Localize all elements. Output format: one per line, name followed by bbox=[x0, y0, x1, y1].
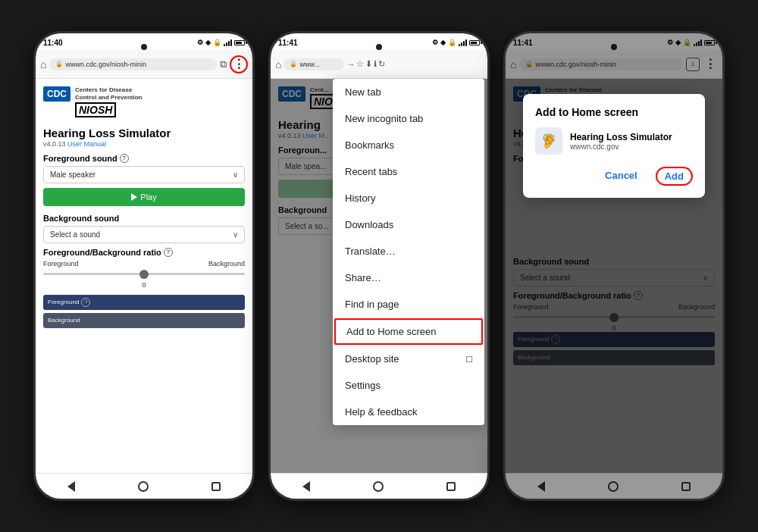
star-icon[interactable]: ☆ bbox=[356, 59, 364, 69]
dialog-cancel-button[interactable]: Cancel bbox=[599, 167, 644, 186]
menu-item-downloads[interactable]: Downloads bbox=[333, 211, 484, 238]
chevron-down-bg: ∨ bbox=[233, 230, 238, 239]
dialog-add-button[interactable]: Add bbox=[656, 167, 693, 186]
status-icons-2: ⚙ ◈ 🔒 bbox=[432, 39, 480, 46]
cdc-logo: CDC bbox=[43, 86, 70, 102]
home-nav-2[interactable] bbox=[373, 481, 384, 492]
back-nav-button[interactable] bbox=[67, 481, 75, 492]
ratio-endpoints: Foreground Background bbox=[43, 260, 245, 268]
menu-item-recent-tabs[interactable]: Recent tabs bbox=[333, 158, 484, 185]
url-text-2: www... bbox=[299, 61, 320, 68]
url-bar-1[interactable]: 🔒 wwwn.cdc.gov/niosh-minin bbox=[49, 58, 217, 70]
signal-bars bbox=[224, 39, 232, 46]
background-section-label: Background sound bbox=[43, 214, 245, 223]
secure-icon-2: 🔒 bbox=[290, 61, 297, 67]
user-manual-link[interactable]: User Manual bbox=[67, 140, 106, 148]
download-icon[interactable]: ⬇ bbox=[365, 59, 372, 69]
dialog-app-info: Hearing Loss Simulator wwwn.cdc.gov bbox=[570, 132, 672, 151]
add-to-home-dialog: Add to Home screen 🦻 Hearing Loss Simula… bbox=[523, 94, 705, 198]
foreground-select-1[interactable]: Male speaker ∨ bbox=[43, 166, 245, 183]
dialog-app-icon: 🦻 bbox=[535, 127, 562, 155]
home-nav-button[interactable] bbox=[138, 481, 149, 492]
forward-icon[interactable]: → bbox=[346, 60, 355, 69]
home-icon-2[interactable]: ⌂ bbox=[275, 58, 281, 70]
settings-icon: ⚙ bbox=[197, 39, 203, 46]
menu-item-find[interactable]: Find in page bbox=[333, 291, 484, 318]
tabs-icon[interactable]: ⧉ bbox=[220, 58, 227, 70]
nav-bar-2 bbox=[271, 473, 487, 499]
ratio-label: Foreground/Background ratio ? bbox=[43, 248, 245, 257]
niosh-logo: NIOSH bbox=[75, 102, 116, 117]
cdc-text: Centers for DiseaseControl and Preventio… bbox=[75, 86, 142, 102]
fg-audio-help[interactable]: ? bbox=[81, 298, 90, 307]
audio-bar-background-1: Background bbox=[43, 313, 245, 328]
battery-icon bbox=[234, 40, 245, 45]
audio-bar-foreground-1: Foreground ? bbox=[43, 295, 245, 310]
wifi-icon: ◈ bbox=[205, 39, 211, 46]
phone-camera-2 bbox=[376, 44, 382, 50]
signal-bar-2 bbox=[226, 42, 227, 46]
browser-nav-icons: → ☆ ⬇ ℹ ↻ bbox=[346, 59, 385, 69]
menu-item-settings[interactable]: Settings bbox=[333, 372, 484, 399]
menu-item-help[interactable]: Help & feedback bbox=[333, 399, 484, 425]
recents-nav-button[interactable] bbox=[211, 482, 221, 491]
settings-icon-2: ⚙ bbox=[432, 39, 438, 46]
signal-bar-1 bbox=[224, 44, 225, 46]
user-manual-2: User M... bbox=[302, 132, 330, 139]
status-time-1: 11:40 bbox=[43, 39, 63, 47]
audio-bg-label-1: Background bbox=[48, 317, 80, 324]
back-icon[interactable]: ⌂ bbox=[40, 58, 46, 70]
wifi-icon-2: ◈ bbox=[440, 39, 446, 46]
audio-fg-label-1: Foreground ? bbox=[48, 298, 90, 307]
lock-status-icon: 🔒 bbox=[213, 39, 221, 46]
page-content-1: CDC Centers for DiseaseControl and Preve… bbox=[36, 79, 252, 473]
ratio-section-1: Foreground/Background ratio ? Foreground… bbox=[43, 248, 245, 289]
background-select-1[interactable]: Select a sound ∨ bbox=[43, 226, 245, 243]
nav-bar-1 bbox=[36, 473, 252, 499]
cdc-header-1: CDC Centers for DiseaseControl and Preve… bbox=[43, 86, 245, 120]
page-version-1: v4.0.13 User Manual bbox=[43, 140, 245, 148]
status-time-2: 11:41 bbox=[278, 39, 298, 47]
url-bar-2[interactable]: 🔒 www... bbox=[283, 58, 344, 70]
refresh-icon[interactable]: ↻ bbox=[378, 59, 385, 69]
cdc-logo-2: CDC bbox=[278, 86, 305, 102]
desktop-site-checkbox[interactable]: □ bbox=[466, 353, 472, 365]
back-nav-2[interactable] bbox=[302, 481, 310, 492]
signal-bar-3 bbox=[228, 41, 230, 46]
menu-item-incognito[interactable]: New incognito tab bbox=[333, 105, 484, 132]
browser-chrome-2: ⌂ 🔒 www... → ☆ ⬇ ℹ ↻ bbox=[271, 50, 487, 79]
dropdown-menu: New tab New incognito tab Bookmarks Rece… bbox=[333, 79, 484, 425]
slider-thumb[interactable] bbox=[139, 270, 149, 279]
phone-3: 11:41 ⚙ ◈ 🔒 ⌂ 🔒 wwwn.cdc.gov/niosh-minin bbox=[503, 31, 725, 501]
url-text-1: wwwn.cdc.gov/niosh-minin bbox=[65, 61, 146, 68]
ratio-help-icon[interactable]: ? bbox=[164, 248, 173, 257]
browser-chrome-1: ⌂ 🔒 wwwn.cdc.gov/niosh-minin ⧉ ⋮ bbox=[36, 50, 252, 79]
menu-item-bookmarks[interactable]: Bookmarks bbox=[333, 132, 484, 158]
chevron-down-fg: ∨ bbox=[233, 171, 238, 179]
play-button-1[interactable]: Play bbox=[43, 188, 245, 206]
secure-icon: 🔒 bbox=[55, 61, 63, 67]
page-title-1: Hearing Loss Simulator bbox=[43, 127, 245, 139]
menu-item-new-tab[interactable]: New tab bbox=[333, 79, 484, 105]
foreground-section-label: Foreground sound ? bbox=[43, 154, 245, 163]
recents-nav-2[interactable] bbox=[446, 482, 456, 491]
foreground-help-icon[interactable]: ? bbox=[120, 154, 129, 163]
info-icon[interactable]: ℹ bbox=[374, 59, 377, 69]
ratio-slider-1[interactable] bbox=[43, 269, 245, 280]
menu-item-desktop-site[interactable]: Desktop site □ bbox=[333, 346, 484, 372]
signal-bar-4 bbox=[230, 39, 232, 46]
dialog-title: Add to Home screen bbox=[535, 106, 693, 118]
menu-item-history[interactable]: History bbox=[333, 185, 484, 211]
menu-item-add-home[interactable]: Add to Home screen bbox=[334, 318, 483, 345]
ratio-value-1: 0 bbox=[43, 281, 245, 289]
menu-item-share[interactable]: Share… bbox=[333, 264, 484, 291]
menu-button-1[interactable]: ⋮ bbox=[230, 55, 248, 74]
battery-icon-2 bbox=[469, 40, 480, 45]
phone-1: 11:40 ⚙ ◈ 🔒 ⌂ 🔒 wwwn.cdc.gov/niosh-minin bbox=[33, 31, 255, 501]
status-icons-1: ⚙ ◈ 🔒 bbox=[197, 39, 245, 46]
menu-item-translate[interactable]: Translate… bbox=[333, 238, 484, 264]
phone-2: 11:41 ⚙ ◈ 🔒 ⌂ 🔒 www... bbox=[268, 31, 490, 501]
dialog-app-name: Hearing Loss Simulator bbox=[570, 132, 672, 142]
play-icon bbox=[131, 193, 137, 201]
dialog-app-row: 🦻 Hearing Loss Simulator wwwn.cdc.gov bbox=[535, 127, 693, 155]
